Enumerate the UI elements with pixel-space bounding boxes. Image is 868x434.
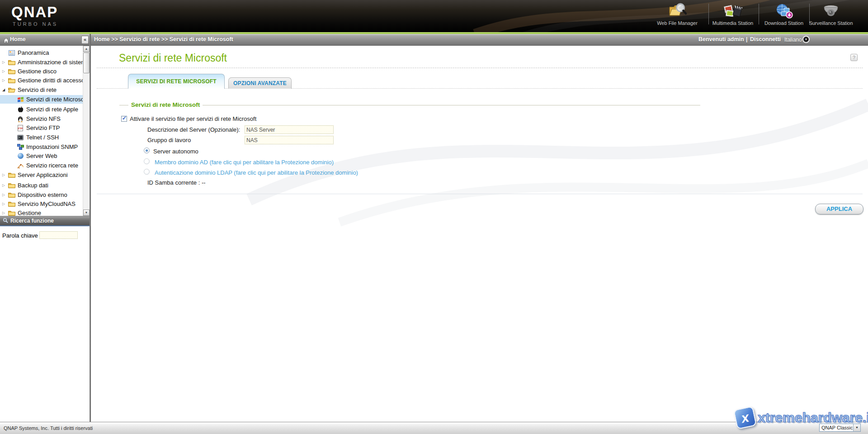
sidebar-item-servizi-di-rete-apple[interactable]: Servizi di rete Apple [0,105,83,114]
tab-opzioni-avanzate[interactable]: OPZIONI AVANZATE [228,77,292,89]
app-label: Download Station [760,20,807,26]
ad-domain-label[interactable]: Membro dominio AD (fare clic qui per abi… [155,159,334,166]
top-header: QNAP TURBO NAS Web File Manager [0,0,868,32]
welcome-separator: | [746,36,748,43]
search-panel-title: Ricerca funzione [10,218,54,224]
fieldset-legend: Servizi di rete Microsoft [128,101,203,108]
main-content: Servizi di rete Microsoft ? SERVIZI DI R… [91,46,868,422]
apple-icon [16,106,24,113]
server-description-input[interactable] [245,125,334,134]
globe-icon [16,153,24,159]
qnap-logo: QNAP [11,4,58,21]
tree-expand-icon[interactable]: ▷ [2,69,8,73]
workgroup-input[interactable] [245,136,334,144]
multimedia-station-shortcut[interactable]: Multimedia Station [709,1,756,26]
scroll-up-button[interactable]: ▲ [83,46,90,52]
enable-service-label: Attivare il servizio file per servizi di… [130,115,256,122]
multimedia-station-icon [709,1,756,20]
download-station-shortcut[interactable]: Download Station [760,1,807,26]
folder-icon [8,200,16,207]
sidebar-item-panoramica[interactable]: Panoramica [0,48,83,57]
standalone-server-radio[interactable] [144,148,150,153]
folder-open-icon [8,86,16,93]
tree-expand-icon[interactable]: ▷ [2,78,8,82]
sidebar-item-server-web[interactable]: Server Web [0,152,83,160]
overview-icon [8,49,16,56]
search-panel-header: Ricerca funzione [0,216,90,226]
theme-select-value: QNAP Classic [820,425,853,430]
tab-servizi-di-rete-microsoft[interactable]: SERVIZI DI RETE MICROSOFT [128,74,225,89]
sidebar-item-backup-dati[interactable]: ▷ Backup dati [0,181,83,190]
qnap-admin-ui: QNAP TURBO NAS Web File Manager [0,0,868,434]
tree-expand-icon[interactable]: ▷ [2,173,8,177]
linux-tux-icon [16,115,24,122]
tree-expand-icon[interactable]: ▷ [2,60,8,64]
ad-domain-radio[interactable] [144,158,150,164]
scrollbar-thumb[interactable] [83,52,90,73]
sidebar-item-dispositivo-esterno[interactable]: ▷ Dispositivo esterno [0,191,83,199]
sidebar-item-servizi-di-rete-microsoft[interactable]: Servizi di rete Microsoft [0,95,83,104]
apply-button[interactable]: APPLICA [815,204,863,215]
tree-expand-icon[interactable]: ▷ [2,193,8,197]
snmp-network-icon [16,143,24,150]
language-dropdown-icon[interactable]: ▼ [802,36,810,43]
surveillance-station-shortcut[interactable]: Surveillance Station [807,1,854,26]
sidebar-item-servizio-ricerca-rete[interactable]: Servizio ricerca rete [0,161,83,170]
sidebar-item-telnet-ssh[interactable]: Telnet / SSH [0,133,83,142]
tree-expand-icon[interactable]: ▷ [2,202,8,206]
breadcrumb[interactable]: Home >> Servizio di rete >> Servizi di r… [94,36,233,43]
keyword-label: Parola chiave : [2,232,41,239]
theme-select[interactable]: QNAP Classic ▼ [819,424,861,432]
title-separator [97,67,863,68]
sidebar-item-servizio-di-rete[interactable]: ◢ Servizio di rete [0,86,83,94]
server-description-label: Descrizione del Server (Opzionale): [147,126,240,133]
folder-icon [8,59,16,66]
sidebar-item-impostazioni-snmp[interactable]: Impostazioni SNMP [0,143,83,151]
folder-icon [8,172,16,178]
breadcrumb-bar: Home « Home >> Servizio di rete >> Servi… [0,34,868,46]
page-title: Servizi di rete Microsoft [119,52,227,64]
ldap-domain-radio[interactable] [144,169,150,175]
scroll-down-button[interactable]: ▼ [83,210,90,216]
navigation-tree: Panoramica ▷ Amministrazione di sistema … [0,46,90,216]
ftp-document-icon: FTP [16,124,24,131]
sidebar-item-gestione[interactable]: ▷ Gestione [0,209,83,216]
sidebar-collapse-button[interactable]: « [81,36,89,44]
tree-scrollbar[interactable]: ▲ ▼ [83,46,90,216]
sidebar-item-amministrazione-di-sistema[interactable]: ▷ Amministrazione di sistema [0,58,83,67]
sidebar-item-gestione-diritti-di-accesso[interactable]: ▷ Gestione diritti di accesso [0,76,83,85]
logout-link[interactable]: Disconnetti [750,36,781,43]
app-label: Web File Manager [654,20,701,26]
keyword-input[interactable] [39,231,78,239]
folder-icon [8,182,16,189]
search-icon [3,217,8,225]
tree-expand-icon[interactable]: ▷ [2,211,8,215]
folder-icon [8,191,16,198]
welcome-text: Benvenuti admin [698,36,744,43]
enable-service-checkbox[interactable] [121,116,127,122]
header-divider [759,4,759,24]
help-icon[interactable]: ? [850,54,858,61]
home-icon [3,37,9,45]
samba-id-text: ID Samba corrente : -- [147,179,206,186]
tree-expand-icon[interactable]: ▷ [2,183,8,187]
sidebar-item-servizio-nfs[interactable]: Servizio NFS [0,114,83,123]
sidebar-item-servizio-mycloudnas[interactable]: ▷ Servizio MyCloudNAS [0,200,83,208]
header-divider [708,4,709,24]
turbo-nas-label: TURBO NAS [13,21,58,27]
footer: QNAP Systems, Inc. Tutti i diritti riser… [0,422,868,434]
web-file-manager-icon [654,1,701,20]
ldap-domain-label[interactable]: Autenticazione dominio LDAP (fare clic q… [155,169,358,176]
svg-text:FTP: FTP [18,127,23,129]
sidebar-item-servizio-ftp[interactable]: FTP Servizio FTP [0,124,83,132]
app-label: Surveillance Station [807,20,854,26]
standalone-server-label: Server autonomo [153,148,198,155]
sidebar-item-gestione-disco[interactable]: ▷ Gestione disco [0,67,83,76]
language-label[interactable]: Italiano [784,37,802,43]
sidebar-item-server-applicazioni[interactable]: ▷ Server Applicazioni [0,171,83,179]
copyright-text: QNAP Systems, Inc. Tutti i diritti riser… [4,425,93,431]
folder-icon [8,77,16,84]
windows-icon [16,96,24,103]
tree-collapse-icon[interactable]: ◢ [2,88,8,92]
web-file-manager-shortcut[interactable]: Web File Manager [654,1,701,26]
